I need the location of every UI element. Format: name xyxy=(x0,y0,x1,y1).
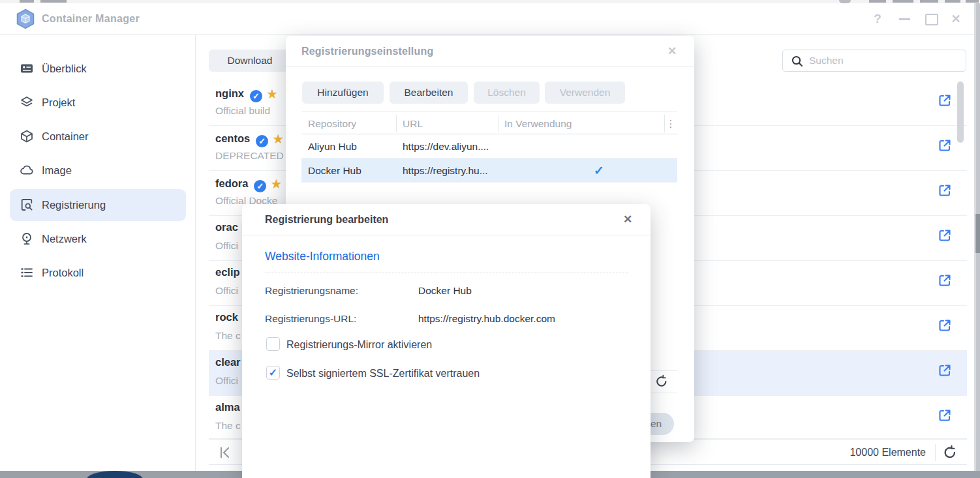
window-close-button[interactable]: ✕ xyxy=(947,11,964,27)
image-description: The c xyxy=(215,420,241,432)
image-description: Offici xyxy=(215,375,238,387)
image-name: orac xyxy=(215,221,238,233)
browser-scrollbar-thumb[interactable] xyxy=(975,214,980,253)
star-icon: ★ xyxy=(266,87,278,101)
screen: Container Manager ? ✕ Überblick xyxy=(0,0,980,478)
registry-name-label: Registrierungsname: xyxy=(265,285,358,297)
sidebar-item-image[interactable]: Image xyxy=(10,155,186,187)
column-options-kebab-icon[interactable]: ⋮ xyxy=(664,112,677,135)
background-fragment xyxy=(920,0,938,3)
image-description: Official build xyxy=(215,105,270,117)
external-link-icon[interactable] xyxy=(937,318,953,333)
table-header-row: Repository URL In Verwendung ⋮ xyxy=(301,112,677,134)
sidebar-item-registrierung[interactable]: Registrierung xyxy=(10,189,186,221)
dialog-header: Registrierung bearbeiten ✕ xyxy=(242,204,651,235)
first-page-button[interactable] xyxy=(217,445,233,460)
external-link-icon[interactable] xyxy=(937,93,953,108)
in-use-check-icon: ✓ xyxy=(594,158,604,183)
dialog-title: Registrierungseinstellung xyxy=(301,36,433,67)
sidebar: Überblick Projekt Cont xyxy=(0,35,196,471)
delete-button[interactable]: Löschen xyxy=(474,82,540,104)
background-page-top-strip xyxy=(0,0,980,3)
star-icon: ★ xyxy=(272,132,284,146)
sidebar-item-label: Projekt xyxy=(42,87,75,119)
column-header-repository[interactable]: Repository xyxy=(301,112,396,135)
minimize-button[interactable] xyxy=(896,11,913,27)
browser-scrollbar[interactable] xyxy=(975,3,980,471)
external-link-icon[interactable] xyxy=(937,363,953,378)
edit-button[interactable]: Bearbeiten xyxy=(390,82,468,104)
external-link-icon[interactable] xyxy=(937,408,953,423)
image-description: DEPRECATED xyxy=(215,150,284,162)
help-button[interactable]: ? xyxy=(869,11,886,27)
sidebar-item-projekt[interactable]: Projekt xyxy=(10,87,186,119)
registry-url-value: https://registry.hub.docker.com xyxy=(418,313,555,325)
external-link-icon[interactable] xyxy=(937,228,953,243)
divider xyxy=(935,444,936,461)
background-fragment xyxy=(893,0,913,3)
items-count: 10000 Elemente xyxy=(850,440,926,466)
network-icon xyxy=(20,232,34,246)
registry-icon xyxy=(20,198,34,212)
star-icon: ★ xyxy=(270,177,282,191)
sidebar-item-protokoll[interactable]: Protokoll xyxy=(10,257,186,289)
window-titlebar: Container Manager ? ✕ xyxy=(0,3,974,35)
external-link-icon[interactable] xyxy=(937,273,953,288)
overview-icon xyxy=(20,61,34,76)
dialog-close-icon[interactable]: ✕ xyxy=(621,213,634,226)
column-header-url[interactable]: URL xyxy=(396,112,498,135)
image-description: Offici xyxy=(215,240,238,252)
section-title: Website-Informationen xyxy=(265,250,380,263)
image-name: fedora xyxy=(215,177,248,189)
verified-badge-icon: ✓ xyxy=(250,90,262,102)
sidebar-item-label: Container xyxy=(42,121,89,153)
search-input[interactable] xyxy=(809,51,959,70)
external-link-icon[interactable] xyxy=(937,138,953,153)
background-taskbar-blob xyxy=(87,471,143,478)
external-link-icon[interactable] xyxy=(937,183,953,198)
dialog-close-icon[interactable]: ✕ xyxy=(666,45,679,58)
column-header-in-use[interactable]: In Verwendung xyxy=(498,112,664,135)
app-title: Container Manager xyxy=(42,3,140,35)
ssl-trust-checkbox[interactable]: ✓ xyxy=(266,366,280,380)
mirror-checkbox-label: Registrierungs-Mirror aktivieren xyxy=(286,339,432,351)
sidebar-item-label: Registrierung xyxy=(42,189,106,221)
maximize-button[interactable] xyxy=(923,11,940,27)
repo-cell: Aliyun Hub xyxy=(301,134,396,158)
image-name: clear xyxy=(215,356,241,368)
refresh-icon[interactable] xyxy=(942,445,958,460)
container-icon xyxy=(20,129,34,143)
registry-row-docker-hub[interactable]: Docker Hub https://registry.hu... ✓ xyxy=(301,158,677,183)
dialog-refresh-icon[interactable] xyxy=(654,374,669,389)
project-icon xyxy=(20,95,34,110)
download-button[interactable]: Download xyxy=(209,50,291,72)
registry-url-label: Registrierungs-URL: xyxy=(265,313,356,325)
edit-registry-dialog: Registrierung bearbeiten ✕ Website-Infor… xyxy=(242,204,651,478)
search-box xyxy=(782,50,966,72)
image-description: The c xyxy=(215,330,241,342)
url-cell: https://dev.aliyun.... xyxy=(396,134,498,158)
container-manager-app-icon xyxy=(15,8,36,29)
sidebar-item-label: Netzwerk xyxy=(42,223,87,255)
verified-badge-icon: ✓ xyxy=(254,180,266,192)
image-icon xyxy=(20,163,34,177)
mirror-checkbox[interactable] xyxy=(266,337,280,351)
background-fragment xyxy=(20,0,34,3)
repo-cell: Docker Hub xyxy=(301,158,396,183)
use-button[interactable]: Verwenden xyxy=(545,82,625,104)
log-icon xyxy=(20,265,34,280)
background-fragment xyxy=(966,0,979,3)
sidebar-item-ueberblick[interactable]: Überblick xyxy=(10,53,186,85)
search-icon xyxy=(791,55,804,68)
sidebar-item-label: Protokoll xyxy=(42,257,84,289)
url-cell: https://registry.hu... xyxy=(396,158,498,183)
add-button[interactable]: Hinzufügen xyxy=(302,82,384,104)
verified-badge-icon: ✓ xyxy=(256,135,268,147)
image-name: rock xyxy=(215,311,238,323)
image-name: eclip xyxy=(215,266,240,278)
list-scrollbar-thumb[interactable] xyxy=(957,82,964,143)
sidebar-item-netzwerk[interactable]: Netzwerk xyxy=(10,223,186,255)
sidebar-item-container[interactable]: Container xyxy=(10,121,186,153)
image-name: centos xyxy=(215,132,250,144)
registry-row-aliyun[interactable]: Aliyun Hub https://dev.aliyun.... xyxy=(301,134,677,158)
